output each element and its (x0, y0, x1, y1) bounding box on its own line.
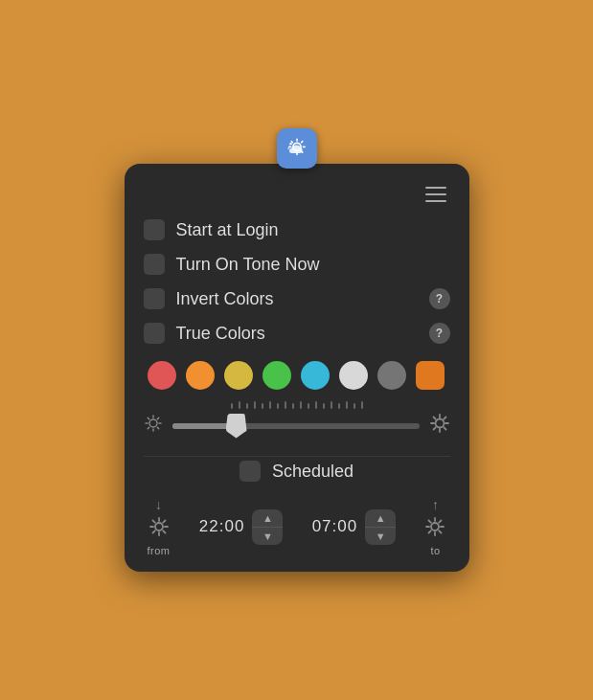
sun-icon-small-left (144, 414, 163, 438)
to-time-group: 07:00 ▲ ▼ (312, 509, 397, 545)
bottom-time-row: ↓ (144, 497, 450, 556)
svg-line-26 (444, 418, 445, 419)
color-orange-square[interactable] (416, 361, 445, 390)
to-time: 07:00 (312, 517, 358, 536)
svg-line-5 (291, 142, 292, 143)
svg-point-10 (149, 419, 157, 427)
svg-line-18 (148, 427, 148, 428)
tick (323, 403, 325, 409)
invert-colors-label: Invert Colors (176, 289, 418, 309)
tick (308, 403, 309, 409)
true-colors-help[interactable]: ? (429, 323, 450, 344)
from-stepper[interactable]: ▲ ▼ (252, 509, 283, 545)
tick (269, 401, 271, 409)
svg-line-17 (157, 418, 158, 418)
color-gray[interactable] (377, 361, 406, 390)
from-arrow: ↓ (155, 497, 162, 512)
tick (361, 401, 363, 409)
turn-on-tone-label: Turn On Tone Now (176, 255, 450, 275)
svg-line-27 (433, 427, 435, 429)
svg-line-16 (157, 427, 158, 428)
svg-line-33 (152, 521, 154, 523)
svg-line-15 (148, 418, 148, 418)
invert-colors-help[interactable]: ? (429, 288, 450, 309)
svg-line-42 (429, 521, 431, 523)
tick (354, 403, 355, 409)
color-white[interactable] (339, 361, 368, 390)
to-sun-icon (424, 516, 445, 541)
main-panel: Start at Login Turn On Tone Now Invert C… (125, 164, 469, 572)
tick (300, 401, 302, 409)
svg-line-24 (433, 418, 435, 419)
scheduled-row: Scheduled (144, 461, 450, 482)
from-stepper-up[interactable]: ▲ (252, 509, 283, 527)
tick (231, 403, 233, 409)
turn-on-tone-row: Turn On Tone Now (144, 254, 450, 275)
divider (144, 456, 450, 457)
slider-thumb[interactable] (226, 414, 247, 439)
true-colors-row: True Colors ? (144, 323, 450, 344)
tick-row (144, 399, 450, 409)
tick-marks (231, 399, 363, 409)
svg-line-35 (163, 521, 165, 523)
svg-point-8 (289, 143, 291, 145)
from-icon-group (148, 516, 170, 541)
color-yellow[interactable] (224, 361, 253, 390)
turn-on-tone-checkbox[interactable] (144, 254, 165, 275)
svg-line-44 (440, 521, 442, 523)
true-colors-checkbox[interactable] (144, 323, 165, 344)
svg-line-36 (152, 531, 154, 532)
tick (277, 403, 279, 409)
hamburger-line-2 (425, 193, 446, 195)
svg-point-28 (155, 523, 163, 531)
svg-point-37 (431, 523, 439, 531)
color-orange[interactable] (186, 361, 215, 390)
from-sun-icon (148, 516, 170, 541)
scheduled-checkbox[interactable] (239, 461, 261, 482)
from-section: ↓ (148, 497, 171, 556)
true-colors-label: True Colors (176, 324, 418, 344)
color-picker-row (144, 361, 450, 390)
hamburger-menu[interactable] (422, 183, 450, 206)
brightness-slider-track[interactable] (172, 423, 420, 429)
start-at-login-checkbox[interactable] (144, 219, 165, 240)
to-stepper-up[interactable]: ▲ (365, 509, 396, 527)
color-cyan[interactable] (301, 361, 330, 390)
tick (246, 403, 248, 409)
to-label: to (430, 545, 440, 556)
color-red[interactable] (148, 361, 176, 390)
svg-line-43 (440, 531, 442, 532)
tick (315, 401, 317, 409)
brightness-slider-section (144, 399, 450, 439)
hamburger-line-1 (425, 187, 446, 189)
svg-line-45 (429, 531, 431, 532)
color-green[interactable] (262, 361, 291, 390)
tick (254, 401, 256, 409)
tick (285, 401, 286, 409)
from-label: from (148, 545, 171, 556)
app-wrapper: Start at Login Turn On Tone Now Invert C… (125, 128, 469, 572)
scheduled-label: Scheduled (272, 462, 354, 482)
app-icon[interactable] (277, 128, 317, 169)
sun-icon-small-right (429, 413, 450, 439)
to-section: ↑ (424, 497, 445, 556)
to-stepper-down[interactable]: ▼ (365, 528, 396, 545)
tick (346, 401, 348, 409)
svg-line-34 (163, 531, 165, 532)
to-arrow: ↑ (432, 497, 439, 512)
start-at-login-label: Start at Login (176, 220, 450, 240)
tick (292, 403, 294, 409)
tick (262, 403, 263, 409)
start-at-login-row: Start at Login (144, 219, 450, 240)
hamburger-line-3 (425, 200, 446, 202)
invert-colors-row: Invert Colors ? (144, 288, 450, 309)
svg-line-25 (444, 427, 445, 429)
to-stepper[interactable]: ▲ ▼ (365, 509, 396, 545)
invert-colors-checkbox[interactable] (144, 288, 165, 309)
from-stepper-down[interactable]: ▼ (252, 528, 283, 545)
svg-line-7 (301, 142, 302, 143)
from-time-group: 22:00 ▲ ▼ (199, 509, 284, 545)
tick (331, 401, 332, 409)
slider-row (144, 413, 450, 439)
to-icon-group (424, 516, 445, 541)
